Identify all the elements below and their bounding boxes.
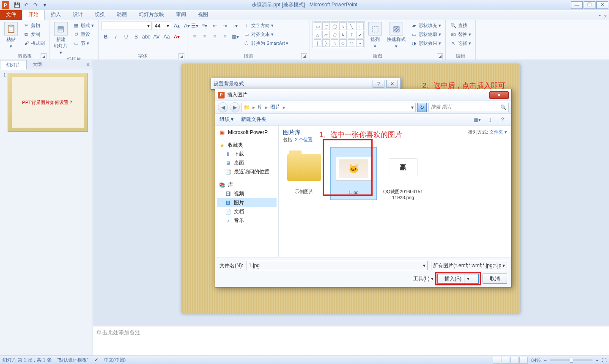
save-icon[interactable]: 💾 bbox=[13, 1, 21, 9]
line-spacing-button[interactable]: ↕▾ bbox=[230, 21, 240, 30]
bullets-button[interactable]: ☰▾ bbox=[190, 21, 199, 30]
underline-button[interactable]: U bbox=[121, 32, 131, 41]
dlg1-help-button[interactable]: ? bbox=[373, 80, 384, 88]
find-button[interactable]: 🔍查找 bbox=[448, 21, 473, 30]
arrange-button[interactable]: ⬚排列▾ bbox=[367, 21, 384, 50]
view-normal-button[interactable] bbox=[493, 357, 501, 364]
tab-view[interactable]: 视图 bbox=[192, 9, 214, 20]
align-left-button[interactable]: ≡ bbox=[190, 32, 199, 41]
tab-animations[interactable]: 动画 bbox=[111, 9, 133, 20]
clipboard-launcher[interactable]: ◢ bbox=[41, 53, 47, 59]
drawing-launcher[interactable]: ◢ bbox=[437, 53, 443, 59]
status-spellcheck-icon[interactable]: ✔ bbox=[94, 357, 98, 363]
organize-button[interactable]: 组织 ▾ bbox=[219, 116, 233, 123]
shapes-gallery[interactable]: ▭▢◯↘╲↑ △▱⬠↳⤴⬈ {}☆◇⬭▾ bbox=[313, 21, 365, 48]
sort-button[interactable]: 文件夹 ▾ bbox=[489, 129, 507, 134]
insert-dialog-close-button[interactable]: ✕ bbox=[489, 91, 509, 99]
side-videos[interactable]: 🎞视频 bbox=[217, 189, 277, 198]
italic-button[interactable]: I bbox=[111, 32, 121, 41]
smartart-button[interactable]: ⬡转换为 SmartArt▾ bbox=[241, 39, 290, 47]
font-launcher[interactable]: ◢ bbox=[178, 53, 184, 59]
tab-slideshow[interactable]: 幻灯片放映 bbox=[133, 9, 170, 20]
zoom-level[interactable]: 84% bbox=[531, 358, 540, 363]
text-direction-button[interactable]: ↕文字方向▾ bbox=[241, 21, 290, 30]
font-family-input[interactable]: ▾ bbox=[101, 22, 152, 30]
status-language[interactable]: 中文(中国) bbox=[104, 357, 126, 363]
reset-button[interactable]: ↺重设 bbox=[71, 30, 96, 38]
shape-fill-button[interactable]: ▰形状填充▾ bbox=[409, 21, 443, 30]
align-center-button[interactable]: ≡ bbox=[200, 32, 209, 41]
minimize-button[interactable]: — bbox=[571, 1, 583, 9]
new-folder-button[interactable]: 新建文件夹 bbox=[241, 116, 266, 123]
panel-tab-slides[interactable]: 幻灯片 bbox=[0, 60, 27, 70]
panel-tab-outline[interactable]: 大纲 bbox=[27, 60, 48, 69]
zoom-in-button[interactable]: + bbox=[596, 358, 598, 363]
tab-transitions[interactable]: 切换 bbox=[89, 9, 111, 20]
side-libraries[interactable]: 📚库 bbox=[217, 181, 277, 189]
address-bar[interactable]: 📁 ▸ 库 ▸ 图片 ▸ ▾ bbox=[241, 103, 416, 112]
justify-button[interactable]: ≡ bbox=[220, 32, 230, 41]
quick-styles-button[interactable]: ▨快速样式▾ bbox=[385, 21, 407, 50]
view-reading-button[interactable] bbox=[510, 357, 519, 364]
ribbon-minimize-icon[interactable]: ⌃ bbox=[598, 14, 602, 20]
zoom-slider[interactable] bbox=[550, 359, 593, 361]
slide-canvas[interactable]: 设置背景格式 ? ✕ P 插入图片 ✕ ◀ bbox=[182, 64, 520, 314]
dlg1-close-button[interactable]: ✕ bbox=[386, 80, 398, 88]
format-painter-button[interactable]: 🖌格式刷 bbox=[21, 39, 47, 47]
panel-close-icon[interactable]: ✕ bbox=[83, 62, 93, 68]
restore-button[interactable]: ❐ bbox=[584, 1, 595, 9]
side-music[interactable]: ♪音乐 bbox=[217, 216, 277, 225]
side-favorites[interactable]: ★收藏夹 bbox=[217, 141, 277, 150]
columns-button[interactable]: ▥▾ bbox=[230, 32, 240, 41]
nav-forward-button[interactable]: ▶ bbox=[230, 102, 240, 112]
side-recent[interactable]: 📑最近访问的位置 bbox=[217, 167, 277, 176]
zoom-out-button[interactable]: − bbox=[544, 358, 546, 363]
close-button[interactable]: ✕ bbox=[596, 1, 608, 9]
cancel-button[interactable]: 取消 bbox=[483, 274, 507, 284]
char-spacing-button[interactable]: AV bbox=[152, 32, 161, 41]
tab-file[interactable]: 文件 bbox=[0, 9, 22, 20]
preview-pane-button[interactable]: ▯ bbox=[485, 115, 494, 124]
crumb-library[interactable]: 库 bbox=[258, 104, 263, 111]
filename-input[interactable]: 1.jpg▾ bbox=[247, 261, 428, 270]
select-button[interactable]: ↖选择▾ bbox=[448, 39, 473, 47]
paste-button[interactable]: 📋 粘贴▾ bbox=[3, 21, 19, 50]
tab-home[interactable]: 开始 bbox=[22, 9, 45, 20]
view-slideshow-button[interactable] bbox=[519, 357, 528, 364]
replace-button[interactable]: ab替换▾ bbox=[448, 30, 473, 38]
dec-indent-button[interactable]: ⇤ bbox=[210, 21, 219, 30]
help-icon[interactable]: ? bbox=[604, 14, 606, 20]
align-right-button[interactable]: ≡ bbox=[210, 32, 219, 41]
redo-icon[interactable]: ↷ bbox=[31, 1, 40, 9]
tools-button[interactable]: 工具(L) ▾ bbox=[413, 275, 433, 282]
side-documents[interactable]: 📄文档 bbox=[217, 207, 277, 216]
crumb-pictures[interactable]: 图片 bbox=[270, 104, 280, 111]
bold-button[interactable]: B bbox=[101, 32, 110, 41]
align-text-button[interactable]: ▭对齐文本▾ bbox=[241, 30, 290, 38]
slide-thumbnail[interactable]: 1 PPT背景图片如何设置？ bbox=[0, 69, 93, 135]
file-sample-folder[interactable]: 示例图片 bbox=[283, 147, 325, 200]
tab-insert[interactable]: 插入 bbox=[45, 9, 67, 20]
change-case-button[interactable]: Aa bbox=[162, 32, 171, 41]
side-pictures[interactable]: 🖼图片 bbox=[217, 198, 277, 207]
file-filter-select[interactable]: 所有图片(*.emf;*.wmf;*.jpg;*.jp▾ bbox=[431, 261, 507, 270]
side-downloads[interactable]: ⬇下载 bbox=[217, 150, 277, 159]
font-size-input[interactable]: 44▾ bbox=[153, 22, 171, 30]
layout-button[interactable]: ▦版式▾ bbox=[71, 21, 96, 30]
tab-design[interactable]: 设计 bbox=[67, 9, 89, 20]
format-background-dialog[interactable]: 设置背景格式 ? ✕ bbox=[211, 78, 401, 90]
shape-effects-button[interactable]: ◑形状效果▾ bbox=[409, 39, 443, 47]
search-input[interactable]: 搜索 图片 🔍 bbox=[428, 103, 509, 112]
numbering-button[interactable]: ≡▾ bbox=[200, 21, 209, 30]
font-color-button[interactable]: A▾ bbox=[172, 32, 181, 41]
undo-icon[interactable]: ↶ bbox=[22, 1, 30, 9]
view-mode-button[interactable]: ▦▾ bbox=[472, 115, 482, 124]
help-button[interactable]: ? bbox=[498, 115, 507, 124]
fit-window-button[interactable]: ⛶ bbox=[602, 358, 606, 363]
paragraph-launcher[interactable]: ◢ bbox=[301, 53, 307, 59]
file-qq-screenshot[interactable]: 赢 QQ截图20160315111928.png bbox=[382, 147, 424, 200]
shape-outline-button[interactable]: ▭形状轮廓▾ bbox=[409, 30, 443, 38]
inc-indent-button[interactable]: ⇥ bbox=[220, 21, 230, 30]
qat-more-icon[interactable]: ▾ bbox=[41, 1, 49, 9]
strike-button[interactable]: S bbox=[132, 32, 141, 41]
